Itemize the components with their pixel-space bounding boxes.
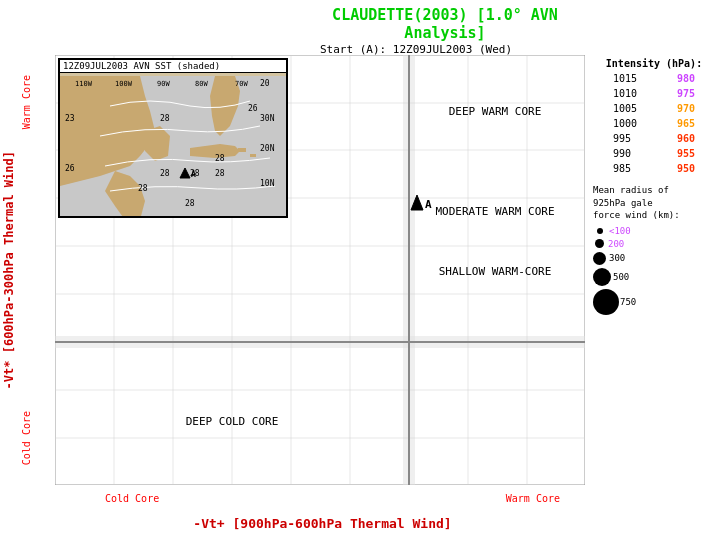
x-cold-label: Cold Core: [105, 493, 159, 504]
svg-text:28: 28: [160, 169, 170, 178]
svg-text:80W: 80W: [195, 80, 208, 88]
dot-4: [593, 268, 611, 286]
int-left-6: 990: [613, 146, 637, 161]
map-inset: 12Z09JUL2003 AVN SST (shaded): [58, 58, 288, 218]
intensity-pairs: 1015 1010 1005 1000 995 990 985 980 975 …: [593, 71, 715, 176]
x-axis-label: -Vt+ [900hPa-600hPa Thermal Wind]: [193, 516, 451, 531]
int-right-4: 965: [677, 116, 695, 131]
svg-text:100W: 100W: [115, 80, 133, 88]
int-right-6: 955: [677, 146, 695, 161]
svg-rect-48: [250, 154, 256, 157]
y-warm-label: Warm Core: [21, 75, 32, 129]
x-warm-label: Warm Core: [506, 493, 560, 504]
int-right-2: 975: [677, 86, 695, 101]
svg-text:A: A: [425, 198, 432, 211]
dot-row-3: 300: [593, 252, 715, 265]
int-right-5: 960: [677, 131, 695, 146]
wind-dot-rows: <100 200 300 500 750: [593, 226, 715, 315]
svg-text:MODERATE WARM CORE: MODERATE WARM CORE: [435, 205, 554, 218]
int-left-1: 1015: [613, 71, 637, 86]
dot-row-5: 750: [593, 289, 715, 315]
dot-label-4: 500: [613, 272, 629, 282]
x-axis-warmcold: Cold Core Warm Core: [55, 493, 590, 504]
dot-3: [593, 252, 606, 265]
svg-text:70W: 70W: [235, 80, 248, 88]
map-svg: 23 26 26 28 28 28 28 28 28 28 20 30N 20N…: [60, 76, 288, 218]
svg-text:30N: 30N: [260, 114, 275, 123]
y-axis-outer-container: -Vt* [600hPa-300hPa Thermal Wind]: [0, 55, 18, 485]
x-axis-label-container: -Vt+ [900hPa-600hPa Thermal Wind]: [55, 514, 590, 532]
svg-text:28: 28: [215, 169, 225, 178]
int-left-2: 1010: [613, 86, 637, 101]
svg-text:A: A: [191, 170, 196, 179]
dot-2: [595, 239, 604, 248]
svg-text:26: 26: [65, 164, 75, 173]
int-right-1: 980: [677, 71, 695, 86]
svg-text:DEEP WARM CORE: DEEP WARM CORE: [449, 105, 542, 118]
svg-text:28: 28: [215, 154, 225, 163]
svg-text:10N: 10N: [260, 179, 275, 188]
svg-text:23: 23: [65, 114, 75, 123]
dot-5: [593, 289, 619, 315]
svg-rect-47: [238, 148, 246, 152]
svg-text:20N: 20N: [260, 144, 275, 153]
int-left-3: 1005: [613, 101, 637, 116]
svg-text:20: 20: [260, 79, 270, 88]
wind-legend-title: Mean radius of925hPa galeforce wind (km)…: [593, 184, 715, 222]
legend-area: Intensity (hPa): 1015 1010 1005 1000 995…: [593, 58, 715, 318]
dot-row-2: 200: [593, 239, 715, 249]
svg-text:DEEP COLD CORE: DEEP COLD CORE: [186, 415, 279, 428]
svg-text:SHALLOW WARM-CORE: SHALLOW WARM-CORE: [439, 265, 552, 278]
svg-text:90W: 90W: [157, 80, 170, 88]
dot-1: [597, 228, 603, 234]
svg-text:28: 28: [185, 199, 195, 208]
y-axis-label: -Vt* [600hPa-300hPa Thermal Wind]: [2, 151, 16, 389]
main-container: CLAUDETTE(2003) [1.0° AVN Analysis] Star…: [0, 0, 720, 540]
y-cold-label: Cold Core: [21, 411, 32, 465]
svg-text:26: 26: [248, 104, 258, 113]
dot-row-1: <100: [593, 226, 715, 236]
dot-label-2: 200: [608, 239, 624, 249]
dot-label-5: 750: [620, 297, 636, 307]
svg-text:28: 28: [160, 114, 170, 123]
svg-text:28: 28: [138, 184, 148, 193]
int-right-7: 950: [677, 161, 695, 176]
int-left-4: 1000: [613, 116, 637, 131]
dot-label-3: 300: [609, 253, 625, 263]
int-right-3: 970: [677, 101, 695, 116]
int-left-7: 985: [613, 161, 637, 176]
intensity-legend-title: Intensity (hPa):: [593, 58, 715, 69]
dot-row-4: 500: [593, 268, 715, 286]
y-axis-warmcold: Warm Core Cold Core: [18, 55, 34, 485]
int-left-5: 995: [613, 131, 637, 146]
dot-label-1: <100: [609, 226, 631, 236]
svg-text:110W: 110W: [75, 80, 93, 88]
map-inset-title: 12Z09JUL2003 AVN SST (shaded): [60, 60, 286, 73]
main-title: CLAUDETTE(2003) [1.0° AVN Analysis]: [300, 6, 590, 42]
